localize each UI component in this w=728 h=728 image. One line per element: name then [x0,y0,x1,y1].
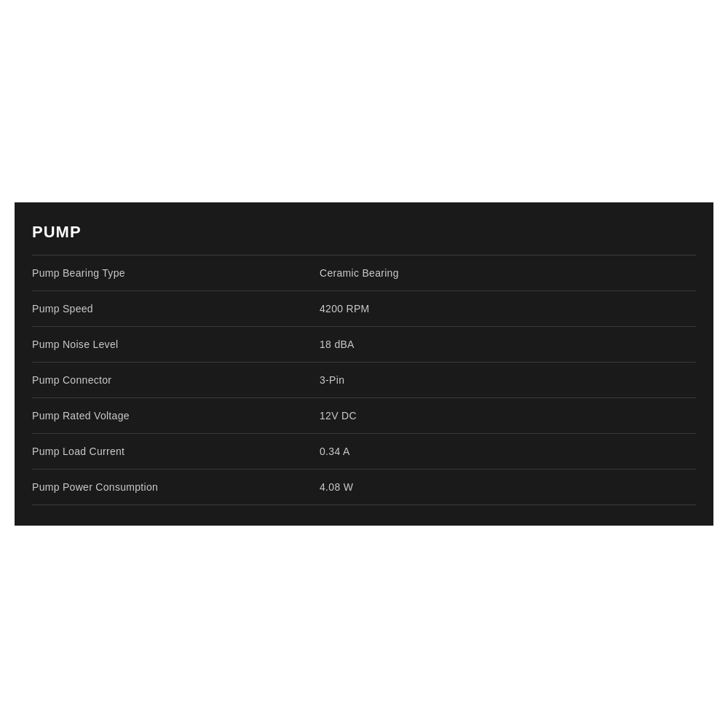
table-row: Pump Load Current0.34 A [32,434,696,470]
table-row: Pump Power Consumption4.08 W [32,470,696,505]
page-background: Pump Pump Bearing TypeCeramic BearingPum… [0,0,728,728]
spec-label: Pump Load Current [32,434,311,470]
spec-panel: Pump Pump Bearing TypeCeramic BearingPum… [15,202,713,526]
spec-value: 0.34 A [311,434,696,470]
spec-value: 12V DC [311,398,696,434]
spec-value: 3-Pin [311,363,696,398]
table-row: Pump Connector3-Pin [32,363,696,398]
spec-label: Pump Speed [32,291,311,327]
spec-label: Pump Bearing Type [32,256,311,291]
table-row: Pump Speed4200 RPM [32,291,696,327]
spec-label: Pump Noise Level [32,327,311,363]
table-row: Pump Rated Voltage12V DC [32,398,696,434]
spec-label: Pump Power Consumption [32,470,311,505]
section-title: Pump [32,223,696,242]
spec-value: 4200 RPM [311,291,696,327]
spec-value: Ceramic Bearing [311,256,696,291]
spec-value: 18 dBA [311,327,696,363]
spec-label: Pump Connector [32,363,311,398]
table-row: Pump Noise Level18 dBA [32,327,696,363]
spec-value: 4.08 W [311,470,696,505]
spec-table: Pump Bearing TypeCeramic BearingPump Spe… [32,255,696,505]
table-row: Pump Bearing TypeCeramic Bearing [32,256,696,291]
spec-label: Pump Rated Voltage [32,398,311,434]
